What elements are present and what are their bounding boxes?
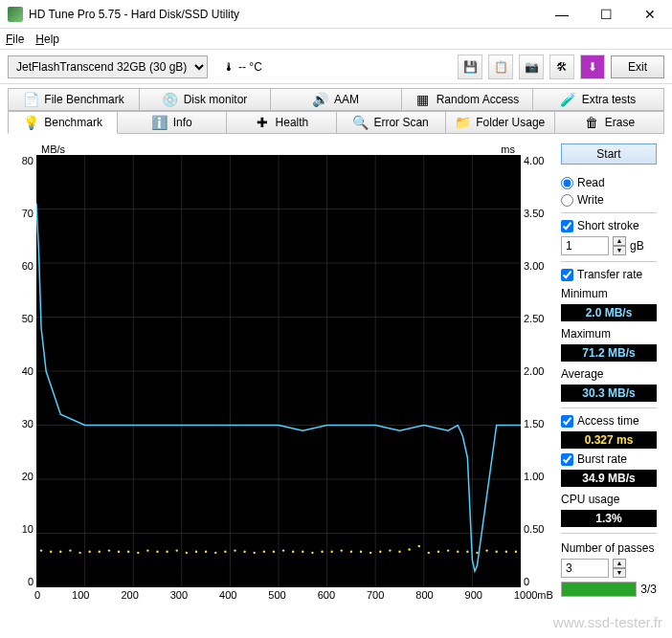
svg-point-44 bbox=[311, 552, 313, 554]
write-radio-row[interactable]: Write bbox=[561, 193, 657, 207]
svg-point-57 bbox=[437, 551, 439, 553]
maximum-value: 71.2 MB/s bbox=[561, 344, 657, 362]
passes-label: Number of passes bbox=[561, 541, 657, 555]
svg-point-36 bbox=[234, 549, 235, 551]
average-label: Average bbox=[561, 367, 657, 381]
tab-health[interactable]: ✚Health bbox=[227, 111, 336, 134]
average-value: 30.3 MB/s bbox=[561, 385, 657, 402]
svg-point-34 bbox=[214, 552, 216, 554]
svg-point-42 bbox=[292, 551, 294, 553]
tab-error-scan[interactable]: 🔍Error Scan bbox=[337, 111, 446, 134]
passes-input[interactable] bbox=[561, 559, 609, 578]
tab-icon: ℹ️ bbox=[152, 115, 168, 130]
svg-point-52 bbox=[389, 549, 391, 551]
svg-point-45 bbox=[321, 551, 323, 553]
svg-point-59 bbox=[457, 551, 459, 553]
maximum-label: Maximum bbox=[561, 327, 657, 341]
passes-spin[interactable]: ▲▼ bbox=[613, 559, 626, 578]
tab-icon: 🗑 bbox=[584, 115, 599, 130]
svg-point-64 bbox=[505, 551, 507, 553]
y-axis-right: 4.003.503.002.502.001.501.000.500 bbox=[521, 155, 549, 587]
tab-icon: 🔊 bbox=[313, 92, 328, 107]
x-axis: 01002003004005006007008009001000mB bbox=[8, 587, 553, 601]
thermometer-icon: 🌡 bbox=[223, 60, 235, 74]
svg-point-37 bbox=[243, 551, 245, 553]
toolbar: JetFlashTranscend 32GB (30 gB) 🌡 -- °C 💾… bbox=[0, 50, 672, 84]
menu-help[interactable]: Help bbox=[35, 33, 59, 46]
read-radio-row[interactable]: Read bbox=[561, 176, 657, 189]
short-stroke-check[interactable]: Short stroke bbox=[561, 219, 657, 232]
svg-point-31 bbox=[186, 552, 188, 554]
save-icon[interactable]: 💾 bbox=[458, 55, 482, 79]
minimum-value: 2.0 MB/s bbox=[561, 304, 657, 321]
tab-icon: 💿 bbox=[163, 92, 178, 107]
settings-icon[interactable]: 🛠 bbox=[549, 55, 574, 79]
tab-random-access[interactable]: ▦Random Access bbox=[402, 88, 533, 111]
tab-info[interactable]: ℹ️Info bbox=[118, 111, 227, 134]
short-stroke-spin[interactable]: ▲▼ bbox=[613, 236, 626, 255]
maximize-button[interactable]: ☐ bbox=[584, 0, 628, 29]
tab-icon: ✚ bbox=[255, 115, 270, 130]
svg-point-56 bbox=[428, 552, 430, 554]
screenshot-icon[interactable]: 📷 bbox=[519, 55, 544, 79]
tab-disk-monitor[interactable]: 💿Disk monitor bbox=[140, 88, 271, 111]
burst-value: 34.9 MB/s bbox=[561, 470, 657, 487]
minimize-button[interactable]: — bbox=[540, 0, 584, 29]
tab-folder-usage[interactable]: 📁Folder Usage bbox=[446, 111, 555, 134]
temperature-display: 🌡 -- °C bbox=[223, 60, 262, 74]
side-panel: Start Read Write Short stroke ▲▼ gB Tran… bbox=[561, 143, 657, 601]
svg-point-61 bbox=[476, 552, 478, 554]
cpu-value: 1.3% bbox=[561, 510, 657, 527]
svg-point-19 bbox=[69, 549, 71, 551]
chart-area: MB/s ms 80706050403020100 4.003.503.002.… bbox=[8, 143, 553, 601]
app-icon bbox=[8, 7, 23, 22]
tab-extra-tests[interactable]: 🧪Extra tests bbox=[533, 88, 664, 111]
svg-point-26 bbox=[137, 552, 139, 554]
download-icon[interactable]: ⬇ bbox=[580, 55, 605, 79]
svg-point-55 bbox=[418, 545, 420, 547]
tab-icon: 🧪 bbox=[561, 92, 576, 107]
tab-file-benchmark[interactable]: 📄File Benchmark bbox=[8, 88, 140, 111]
tab-aam[interactable]: 🔊AAM bbox=[271, 88, 402, 111]
transfer-rate-check[interactable]: Transfer rate bbox=[561, 268, 657, 281]
svg-point-51 bbox=[379, 551, 381, 553]
svg-point-58 bbox=[447, 549, 449, 551]
start-button[interactable]: Start bbox=[561, 143, 657, 165]
svg-point-65 bbox=[515, 551, 517, 553]
menu-file[interactable]: File bbox=[6, 33, 24, 46]
svg-point-32 bbox=[195, 551, 197, 553]
tabs-row-bottom: 💡Benchmarkℹ️Info✚Health🔍Error Scan📁Folde… bbox=[8, 111, 664, 134]
write-radio[interactable] bbox=[561, 194, 573, 207]
read-radio[interactable] bbox=[561, 177, 573, 189]
passes-done-text: 3/3 bbox=[640, 583, 657, 596]
copy-icon[interactable]: 📋 bbox=[488, 55, 513, 79]
svg-point-39 bbox=[263, 551, 265, 553]
drive-select[interactable]: JetFlashTranscend 32GB (30 gB) bbox=[8, 55, 208, 78]
exit-button[interactable]: Exit bbox=[611, 55, 664, 78]
svg-point-29 bbox=[166, 551, 168, 553]
svg-point-38 bbox=[254, 552, 256, 554]
tab-icon: 💡 bbox=[23, 115, 38, 130]
svg-point-54 bbox=[408, 548, 410, 550]
svg-point-62 bbox=[485, 549, 487, 551]
tab-icon: 🔍 bbox=[352, 115, 368, 130]
tabs-row-top: 📄File Benchmark💿Disk monitor🔊AAM▦Random … bbox=[8, 88, 664, 111]
svg-point-25 bbox=[127, 551, 129, 553]
close-button[interactable]: ✕ bbox=[628, 0, 672, 29]
tab-icon: 📄 bbox=[23, 92, 38, 107]
short-stroke-input[interactable] bbox=[561, 236, 609, 255]
access-time-check[interactable]: Access time bbox=[561, 414, 657, 428]
chart-plot bbox=[36, 155, 521, 587]
svg-point-43 bbox=[302, 551, 303, 553]
tab-benchmark[interactable]: 💡Benchmark bbox=[8, 111, 118, 134]
svg-point-60 bbox=[466, 551, 468, 553]
tab-erase[interactable]: 🗑Erase bbox=[555, 111, 664, 134]
y-left-label: MB/s bbox=[41, 143, 65, 155]
y-axis-left: 80706050403020100 bbox=[8, 155, 36, 587]
svg-point-28 bbox=[156, 551, 158, 553]
cpu-label: CPU usage bbox=[561, 493, 657, 506]
temperature-value: -- °C bbox=[238, 60, 262, 74]
svg-point-18 bbox=[59, 551, 61, 553]
burst-rate-check[interactable]: Burst rate bbox=[561, 452, 657, 466]
tab-icon: ▦ bbox=[415, 92, 431, 107]
